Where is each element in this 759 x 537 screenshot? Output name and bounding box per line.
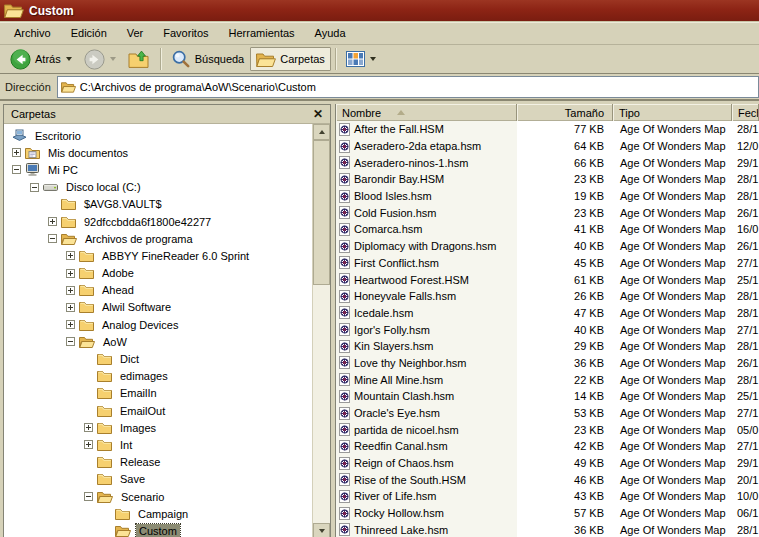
tree-item-avg8-vault[interactable]: $AVG8.VAULT$	[4, 196, 312, 213]
scroll-thumb[interactable]	[313, 140, 330, 285]
folder-icon	[79, 267, 94, 279]
tree-item-mis-documentos[interactable]: Mis documentos	[4, 144, 312, 161]
expander-plus-icon[interactable]	[66, 303, 75, 312]
menu-item-ayuda[interactable]: Ayuda	[305, 24, 356, 42]
menu-item-herramientas[interactable]: Herramientas	[219, 24, 305, 42]
file-row[interactable]: Comarca.hsm41 KBAge Of Wonders Map16/0	[336, 221, 759, 238]
file-row[interactable]: After the Fall.HSM77 KBAge Of Wonders Ma…	[336, 121, 759, 138]
tree-item-scenario[interactable]: Scenario	[4, 488, 312, 505]
tree-item-custom[interactable]: Custom	[4, 522, 312, 537]
tree-item-save[interactable]: Save	[4, 471, 312, 488]
tree-item-dict[interactable]: Dict	[4, 350, 312, 367]
file-row[interactable]: River of Life.hsm43 KBAge Of Wonders Map…	[336, 488, 759, 505]
tree-item-release[interactable]: Release	[4, 454, 312, 471]
file-row[interactable]: Rocky Hollow.hsm57 KBAge Of Wonders Map0…	[336, 505, 759, 522]
tree-item-emailin[interactable]: EmailIn	[4, 385, 312, 402]
expander-plus-icon[interactable]	[48, 217, 57, 226]
file-name: Heartwood Forest.HSM	[354, 274, 469, 286]
file-date: 28/1	[732, 522, 759, 537]
tree-item-images[interactable]: Images	[4, 419, 312, 436]
file-row[interactable]: Diplomacy with Dragons.hsm40 KBAge Of Wo…	[336, 238, 759, 255]
file-row[interactable]: Mountain Clash.hsm14 KBAge Of Wonders Ma…	[336, 388, 759, 405]
tree-item-edimages[interactable]: edimages	[4, 368, 312, 385]
tree-item-label: 92dfccbdda6f1800e42277	[81, 215, 214, 229]
menu-item-edicion[interactable]: Edición	[61, 24, 117, 42]
expander-plus-icon[interactable]	[66, 320, 75, 329]
up-button[interactable]	[122, 47, 156, 71]
column-header-nombre[interactable]: Nombre	[336, 104, 517, 121]
forward-dropdown-icon[interactable]	[110, 57, 116, 61]
menu-item-favoritos[interactable]: Favoritos	[153, 24, 218, 42]
expander-minus-icon[interactable]	[66, 337, 75, 346]
file-row[interactable]: Kin Slayers.hsm29 KBAge Of Wonders Map28…	[336, 338, 759, 355]
file-row[interactable]: Aseradero-ninos-1.hsm66 KBAge Of Wonders…	[336, 154, 759, 171]
tree-item-alwil-software[interactable]: Alwil Software	[4, 299, 312, 316]
file-row[interactable]: Heartwood Forest.HSM61 KBAge Of Wonders …	[336, 271, 759, 288]
expander-minus-icon[interactable]	[12, 165, 21, 174]
file-row[interactable]: First Conflict.hsm45 KBAge Of Wonders Ma…	[336, 255, 759, 272]
tree-scrollbar[interactable]	[312, 124, 330, 537]
toolbar-separator	[160, 48, 161, 70]
file-row[interactable]: Love thy Neighbor.hsm36 KBAge Of Wonders…	[336, 355, 759, 372]
file-row[interactable]: Reedfin Canal.hsm42 KBAge Of Wonders Map…	[336, 438, 759, 455]
tree-item-analog-devices[interactable]: Analog Devices	[4, 316, 312, 333]
scroll-up-button[interactable]	[313, 124, 330, 140]
file-date: 28/1	[732, 371, 759, 388]
tree-item-mi-pc[interactable]: Mi PC	[4, 161, 312, 178]
tree-item-disco-local-c[interactable]: Disco local (C:)	[4, 179, 312, 196]
tree-item-emailout[interactable]: EmailOut	[4, 402, 312, 419]
tree-item-92dfccbdda6f1800e42277[interactable]: 92dfccbdda6f1800e42277	[4, 213, 312, 230]
back-button[interactable]: Atrás	[4, 47, 78, 71]
file-row[interactable]: Icedale.hsm47 KBAge Of Wonders Map28/1	[336, 305, 759, 322]
expander-minus-icon[interactable]	[84, 492, 93, 501]
file-row[interactable]: Honeyvale Falls.hsm26 KBAge Of Wonders M…	[336, 288, 759, 305]
scroll-track[interactable]	[313, 285, 330, 523]
expander-minus-icon[interactable]	[30, 183, 39, 192]
folders-button[interactable]: Carpetas	[250, 47, 331, 71]
file-row[interactable]: Oracle's Eye.hsm53 KBAge Of Wonders Map2…	[336, 405, 759, 422]
column-header-tipo[interactable]: Tipo	[613, 104, 732, 121]
file-row[interactable]: partida de nicoel.hsm23 KBAge Of Wonders…	[336, 421, 759, 438]
menu-item-ver[interactable]: Ver	[117, 24, 154, 42]
address-input[interactable]: C:\Archivos de programa\AoW\Scenario\Cus…	[57, 76, 759, 98]
expander-minus-icon[interactable]	[48, 234, 57, 243]
expander-plus-icon[interactable]	[12, 148, 21, 157]
search-button[interactable]: Búsqueda	[165, 47, 251, 71]
file-row[interactable]: Blood Isles.hsm19 KBAge Of Wonders Map28…	[336, 188, 759, 205]
menu-item-archivo[interactable]: Archivo	[4, 24, 61, 42]
file-row[interactable]: Cold Fusion.hsm23 KBAge Of Wonders Map26…	[336, 204, 759, 221]
file-row[interactable]: Mine All Mine.hsm22 KBAge Of Wonders Map…	[336, 371, 759, 388]
file-row[interactable]: Thinreed Lake.hsm36 KBAge Of Wonders Map…	[336, 522, 759, 537]
views-button[interactable]	[340, 47, 382, 71]
file-row[interactable]: Rise of the South.HSM46 KBAge Of Wonders…	[336, 471, 759, 488]
file-row[interactable]: Reign of Chaos.hsm49 KBAge Of Wonders Ma…	[336, 455, 759, 472]
expander-plus-icon[interactable]	[84, 423, 93, 432]
arrow-down-icon	[319, 529, 325, 533]
expander-plus-icon[interactable]	[84, 440, 93, 449]
file-name-cell: Diplomacy with Dragons.hsm	[336, 238, 517, 255]
file-row[interactable]: Aseradero-2da etapa.hsm64 KBAge Of Wonde…	[336, 138, 759, 155]
back-dropdown-icon[interactable]	[66, 57, 72, 61]
tree-item-ahead[interactable]: Ahead	[4, 282, 312, 299]
tree-item-int[interactable]: Int	[4, 436, 312, 453]
views-dropdown-icon[interactable]	[370, 57, 376, 61]
tree-item-archivos-de-programa[interactable]: Archivos de programa	[4, 230, 312, 247]
file-row[interactable]: Igor's Folly.hsm40 KBAge Of Wonders Map2…	[336, 321, 759, 338]
tree-item-aow[interactable]: AoW	[4, 333, 312, 350]
tree-item-label: Int	[117, 438, 135, 452]
tree-item-adobe[interactable]: Adobe	[4, 265, 312, 282]
window-folder-icon[interactable]	[4, 3, 24, 18]
tree-item-abbyy-finereader-6-0-sprint[interactable]: ABBYY FineReader 6.0 Sprint	[4, 247, 312, 264]
column-header-tamano[interactable]: Tamaño	[517, 104, 613, 121]
column-header-fech[interactable]: Fech	[732, 104, 759, 121]
expander-plus-icon[interactable]	[66, 286, 75, 295]
forward-button[interactable]	[78, 47, 122, 71]
scroll-down-button[interactable]	[313, 523, 330, 537]
close-folders-icon[interactable]: ✕	[313, 109, 323, 119]
tree-item-campaign[interactable]: Campaign	[4, 505, 312, 522]
expander-plus-icon[interactable]	[66, 251, 75, 260]
tree-item-escritorio[interactable]: Escritorio	[4, 127, 312, 144]
file-size: 53 KB	[517, 405, 613, 422]
expander-plus-icon[interactable]	[66, 269, 75, 278]
file-row[interactable]: Barondir Bay.HSM23 KBAge Of Wonders Map2…	[336, 171, 759, 188]
